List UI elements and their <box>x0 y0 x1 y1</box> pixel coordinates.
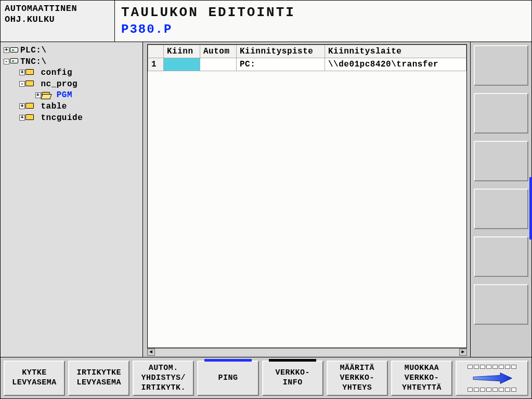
col-kiinnityspiste[interactable]: Kiinnityspiste <box>237 45 325 58</box>
softkey-page-nav[interactable] <box>456 361 528 396</box>
middle: +PLC:\ -TNC:\ + config - nc_prog + PGM +… <box>1 42 531 357</box>
cell-kiinnityspiste[interactable]: PC: <box>237 58 325 71</box>
arrow-right-icon <box>471 371 513 385</box>
tree-item-config[interactable]: + config <box>4 68 139 79</box>
table-row[interactable]: 1 PC: \\de01pc8420\transfer <box>148 58 466 71</box>
side-softkey-3[interactable] <box>474 141 528 181</box>
data-table[interactable]: Kiinn Autom Kiinnityspiste Kiinnityslait… <box>148 45 466 71</box>
expand-icon[interactable]: + <box>19 115 25 121</box>
folder-icon <box>25 114 34 120</box>
file-tree[interactable]: +PLC:\ -TNC:\ + config - nc_prog + PGM +… <box>1 42 143 357</box>
softkey-auto-connect[interactable]: AUTOM. YHDISTYS/ IRTIKYTK. <box>133 361 194 396</box>
expand-icon[interactable]: + <box>19 103 25 109</box>
mode-panel: AUTOMAATTINEN OHJ.KULKU <box>1 1 115 42</box>
right-softkey-column <box>470 42 531 357</box>
softkey-network-info[interactable]: VERKKO- INFO <box>262 361 323 396</box>
page-indicator-top <box>468 365 516 369</box>
folder-icon <box>25 103 34 109</box>
title-panel: TAULUKON EDITOINTI P380.P <box>115 1 531 42</box>
softkey-define-network[interactable]: MÄÄRITÄ VERKKO- YHTEYS <box>327 361 388 396</box>
col-kiinn[interactable]: Kiinn <box>164 45 200 58</box>
col-autom[interactable]: Autom <box>200 45 237 58</box>
tree-item-plc[interactable]: +PLC:\ <box>4 45 139 57</box>
cell-kiinn[interactable] <box>164 58 200 71</box>
tree-item-pgm[interactable]: + PGM <box>4 90 139 101</box>
table-header-row: Kiinn Autom Kiinnityspiste Kiinnityslait… <box>148 45 466 58</box>
scroll-right-icon[interactable]: ► <box>459 349 467 356</box>
softkey-connect-drive[interactable]: KYTKE LEVYASEMA <box>4 361 65 396</box>
vertical-scroll-indicator[interactable] <box>529 177 532 240</box>
collapse-icon[interactable]: - <box>19 81 25 87</box>
tree-item-ncprog[interactable]: - nc_prog <box>4 79 139 90</box>
tree-item-table[interactable]: + table <box>4 101 139 113</box>
bottom-softkey-row: KYTKE LEVYASEMA IRTIKYTKE LEVYASEMA AUTO… <box>1 357 531 398</box>
drive-icon <box>10 58 18 63</box>
expand-icon[interactable]: + <box>35 92 41 98</box>
tree-item-tnc[interactable]: -TNC:\ <box>4 57 139 68</box>
mode-line1: AUTOMAATTINEN <box>5 3 110 14</box>
cell-autom[interactable] <box>200 58 237 71</box>
tree-item-tncguide[interactable]: + tncguide <box>4 113 139 124</box>
softkey-ping[interactable]: PING <box>197 361 258 396</box>
active-indicator <box>204 359 252 362</box>
svg-marker-0 <box>473 373 512 384</box>
table-area: Kiinn Autom Kiinnityspiste Kiinnityslait… <box>143 42 470 357</box>
side-softkey-2[interactable] <box>474 93 528 134</box>
folder-open-icon <box>42 92 50 98</box>
side-softkey-6[interactable] <box>474 284 528 325</box>
expand-icon[interactable]: + <box>4 47 9 53</box>
softkey-disconnect-drive[interactable]: IRTIKYTKE LEVYASEMA <box>68 361 129 396</box>
indicator <box>269 359 316 362</box>
horizontal-scrollbar[interactable]: ◄ ► <box>147 348 467 356</box>
mode-line2: OHJ.KULKU <box>5 14 110 25</box>
col-rownum <box>148 45 164 58</box>
col-kiinnityslaite[interactable]: Kiinnityslaite <box>325 45 466 58</box>
softkey-edit-network[interactable]: MUOKKAA VERKKO- YHTEYTTÄ <box>391 361 452 396</box>
scroll-left-icon[interactable]: ◄ <box>147 349 155 356</box>
folder-icon <box>25 81 34 86</box>
folder-icon <box>25 69 34 75</box>
app-root: AUTOMAATTINEN OHJ.KULKU TAULUKON EDITOIN… <box>0 0 532 399</box>
table-wrap: Kiinn Autom Kiinnityspiste Kiinnityslait… <box>147 44 467 348</box>
title-file: P380.P <box>121 22 525 36</box>
side-softkey-1[interactable] <box>474 45 528 86</box>
cell-rownum: 1 <box>148 58 164 71</box>
side-softkey-4[interactable] <box>474 189 528 229</box>
collapse-icon[interactable]: - <box>4 59 9 64</box>
header: AUTOMAATTINEN OHJ.KULKU TAULUKON EDITOIN… <box>1 1 531 42</box>
page-indicator-bottom <box>468 388 516 392</box>
expand-icon[interactable]: + <box>19 70 25 75</box>
cell-kiinnityslaite[interactable]: \\de01pc8420\transfer <box>325 58 466 71</box>
side-softkey-5[interactable] <box>474 236 528 277</box>
drive-icon <box>10 47 18 52</box>
title-line1: TAULUKON EDITOINTI <box>121 5 525 20</box>
